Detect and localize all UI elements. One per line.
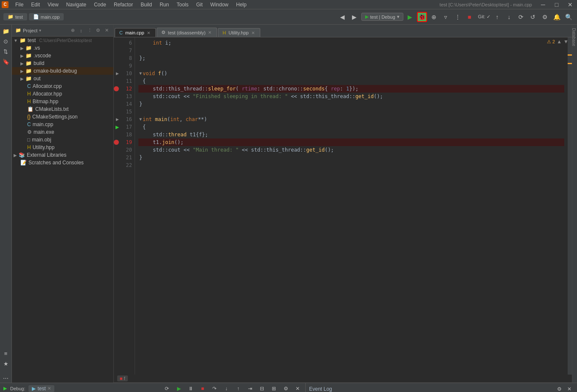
dbg-evaluate-btn[interactable]: ⊟	[258, 384, 266, 392]
tree-main-obj[interactable]: □ main.obj	[12, 136, 113, 144]
dbg-pause-btn[interactable]: ⏸	[186, 384, 195, 392]
tab-close-disasm[interactable]: ✕	[208, 30, 211, 35]
tree-allocator-hpp[interactable]: H Allocator.hpp	[12, 90, 113, 98]
tree-main-exe[interactable]: ⚙ main.exe	[12, 128, 113, 136]
menu-navigate[interactable]: Navigate	[63, 1, 90, 8]
sidebar-icon-more[interactable]: ⋯	[1, 373, 11, 383]
tab-close-main[interactable]: ✕	[147, 31, 150, 35]
tree-options-btn[interactable]: ⋮	[86, 27, 93, 34]
git-push-btn[interactable]: ↑	[492, 12, 502, 22]
menu-git[interactable]: Git	[193, 1, 206, 8]
dbg-run-to-cursor-btn[interactable]: ⇥	[246, 384, 254, 392]
breadcrumb-label: f	[124, 376, 125, 381]
close-btn[interactable]: ✕	[565, 0, 575, 10]
sidebar-icon-favorites[interactable]: ★	[1, 359, 11, 368]
gutter-12-bp[interactable]	[114, 85, 121, 93]
dbg-settings-btn[interactable]: ⚙	[281, 384, 290, 392]
more-actions-btn[interactable]: ⋮	[453, 12, 463, 22]
search-everywhere-btn[interactable]: 🔍	[563, 12, 574, 22]
tree-build[interactable]: ▶ 📁 build	[12, 59, 113, 67]
maximize-btn[interactable]: □	[552, 0, 562, 10]
fold-arrow-16[interactable]: ▼	[139, 116, 142, 123]
stop-btn[interactable]: ■	[464, 12, 475, 22]
sidebar-icon-structure[interactable]: ≡	[1, 349, 11, 358]
dbg-step-over-btn[interactable]: ↷	[210, 384, 219, 392]
minimize-btn[interactable]: ─	[538, 0, 548, 10]
editor-tab-main-cpp[interactable]: C main.cpp ✕	[115, 28, 156, 37]
tree-external-libs[interactable]: ▶ 📚 External Libraries	[12, 151, 113, 159]
debug-btn[interactable]: 🐞	[417, 12, 427, 22]
tree-root[interactable]: ▼ 📁 test C:\Users\Peter\Desktop\test	[12, 37, 113, 44]
dbg-rerun-btn[interactable]: ⟳	[163, 384, 171, 392]
menu-file[interactable]: File	[12, 1, 27, 8]
debug-panel: ▶ Debug: ▶ test ✕ ⟳ ▶ ⏸ ■ ↷ ↓ ↑ ⇥ ⊟ ⊞ ⚙ …	[0, 383, 306, 392]
database-panel-btn[interactable]: Database	[572, 25, 577, 50]
tree-main-cpp[interactable]: C main.cpp	[12, 121, 113, 128]
editor-tab-utility-hpp[interactable]: H Utility.hpp ✕	[218, 28, 260, 37]
tree-cmakelists[interactable]: 📋 CMakeLists.txt	[12, 105, 113, 113]
dbg-resume-btn[interactable]: ▶	[175, 384, 183, 392]
debug-session-close[interactable]: ✕	[48, 386, 51, 391]
run-config[interactable]: ▶ test | Debug ▾	[361, 13, 403, 21]
event-log-close-btn[interactable]: ✕	[565, 385, 574, 392]
tree-vscode[interactable]: ▶ 📁 .vscode	[12, 52, 113, 59]
menu-refactor[interactable]: Refactor	[110, 1, 136, 8]
tree-utility-hpp[interactable]: H Utility.hpp	[12, 144, 113, 151]
editor-scrollbar[interactable]	[568, 37, 572, 375]
revert-btn[interactable]: ↺	[528, 12, 538, 22]
fold-10-icon[interactable]: ▶	[116, 71, 119, 76]
dbg-step-out-btn[interactable]: ↑	[234, 384, 242, 392]
project-dropdown-arrow[interactable]: ▾	[39, 28, 41, 33]
settings-btn[interactable]: ⚙	[540, 12, 550, 22]
fold-arrow-10[interactable]: ▼	[139, 70, 142, 77]
notifications-btn[interactable]: 🔔	[552, 12, 562, 22]
tree-cmake-build-debug[interactable]: ▶ 📁 cmake-build-debug	[12, 67, 113, 75]
tree-out[interactable]: ▶ 📁 out	[12, 75, 113, 82]
menu-tools[interactable]: Tools	[173, 1, 192, 8]
menu-run[interactable]: Run	[156, 1, 172, 8]
event-log-settings-btn[interactable]: ⚙	[555, 385, 563, 392]
menu-help[interactable]: Help	[233, 1, 250, 8]
dbg-stop-btn[interactable]: ■	[198, 384, 207, 392]
code-content[interactable]: int i; }; ▼ void f() { s	[135, 37, 568, 375]
tab-close-utility[interactable]: ✕	[251, 31, 255, 35]
sidebar-icon-pull-requests[interactable]: ⇅	[1, 47, 11, 56]
nav-forward-btn[interactable]: ▶	[349, 12, 360, 22]
profile-btn[interactable]: ▿	[441, 12, 451, 22]
dbg-close-btn[interactable]: ✕	[293, 384, 302, 392]
menu-code[interactable]: Code	[90, 1, 110, 8]
tree-scratches[interactable]: 📝 Scratches and Consoles	[12, 159, 113, 166]
nav-back-btn[interactable]: ◀	[338, 12, 348, 22]
dbg-step-into-btn[interactable]: ↓	[222, 384, 231, 392]
breakpoint-12[interactable]	[114, 86, 119, 91]
sidebar-icon-bookmarks[interactable]: 🔖	[1, 57, 11, 66]
gutter-19-bp[interactable]	[114, 138, 121, 146]
editor-tab-disassembly[interactable]: ⚙ test (disassembly) ✕	[157, 28, 217, 37]
breakpoint-19[interactable]	[114, 140, 119, 145]
menu-edit[interactable]: Edit	[28, 1, 43, 8]
sidebar-icon-commit[interactable]: ⊙	[1, 37, 11, 46]
run-btn[interactable]: ▶	[405, 12, 415, 22]
tree-allocator-cpp[interactable]: C Allocator.cpp	[12, 82, 113, 90]
git-pull-btn[interactable]: ↓	[504, 12, 514, 22]
close-panel-btn[interactable]: ✕	[103, 27, 110, 34]
tree-cmake-settings[interactable]: {} CMakeSettings.json	[12, 113, 113, 121]
project-tree: ▼ 📁 test C:\Users\Peter\Desktop\test ▶ 📁…	[12, 37, 113, 383]
debug-session-tab[interactable]: ▶ test ✕	[28, 385, 54, 392]
tree-bitmap-hpp[interactable]: H Bitmap.hpp	[12, 98, 113, 105]
settings-tree-btn[interactable]: ⚙	[95, 27, 101, 34]
menu-build[interactable]: Build	[137, 1, 155, 8]
fold-16-icon[interactable]: ▶	[116, 117, 119, 121]
dbg-memory-btn[interactable]: ⊞	[270, 384, 278, 392]
main-toolbar: 📁 test 📄 main.cpp ◀ ▶ ▶ test | Debug ▾ ▶…	[0, 9, 577, 25]
coverage-btn[interactable]: ⊕	[429, 12, 439, 22]
history-btn[interactable]: ⟳	[516, 12, 526, 22]
locate-file-btn[interactable]: ⊕	[69, 27, 76, 34]
menu-window[interactable]: Window	[207, 1, 232, 8]
tree-vs[interactable]: ▶ 📁 .vs	[12, 44, 113, 52]
menu-view[interactable]: View	[44, 1, 62, 8]
sidebar-icon-project[interactable]: 📁	[1, 26, 11, 36]
file-tab[interactable]: 📄 main.cpp	[29, 13, 64, 20]
collapse-all-btn[interactable]: ↕	[78, 27, 84, 34]
project-tab[interactable]: 📁 test	[3, 13, 27, 20]
